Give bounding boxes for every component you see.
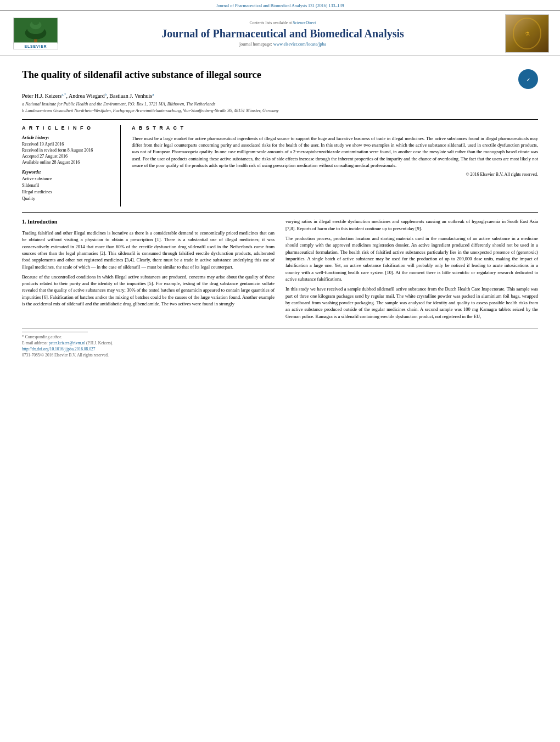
info-abstract-section: A R T I C L E I N F O Article history: R… xyxy=(22,119,538,213)
intro-paragraph5: In this study we have received a sample … xyxy=(285,286,538,320)
intro-paragraph1: Trading falsified and other illegal medi… xyxy=(22,230,275,270)
email-address[interactable]: peter.keizers@rivm.nl xyxy=(49,341,85,345)
contents-label: Contents lists available at xyxy=(250,20,292,25)
available-online: Available online 28 August 2016 xyxy=(22,159,115,165)
svg-point-6 xyxy=(32,19,40,25)
authors-line: Peter H.J. Keizersa,*, Andrea Wiegardb, … xyxy=(22,92,538,99)
email-line: E-mail address: peter.keizers@rivm.nl (P… xyxy=(22,341,538,345)
svg-text:⚗: ⚗ xyxy=(525,31,530,37)
doi-url[interactable]: http://dx.doi.org/10.1016/j.jpba.2016.08… xyxy=(22,347,95,352)
history-label: Article history: xyxy=(22,135,115,140)
abstract-panel: A B S T R A C T There must be a large ma… xyxy=(132,125,538,207)
journal-title: Journal of Pharmaceutical and Biomedical… xyxy=(71,27,494,40)
elsevier-logo-container: ELSEVIER xyxy=(11,18,60,49)
article-info-heading: A R T I C L E I N F O xyxy=(22,125,115,131)
author1-name: Peter H.J. Keizers xyxy=(22,93,61,99)
article-content: The quality of sildenafil active substan… xyxy=(0,55,560,364)
article-history: Article history: Received 19 April 2016 … xyxy=(22,135,115,166)
homepage-url[interactable]: www.elsevier.com/locate/jpba xyxy=(273,42,326,47)
article-info-panel: A R T I C L E I N F O Article history: R… xyxy=(22,125,121,207)
keyword4: Quality xyxy=(22,196,115,202)
intro-paragraph4: The production process, production locat… xyxy=(285,235,538,282)
issn-line: 0731-7085/© 2016 Elsevier B.V. All right… xyxy=(22,353,538,358)
author2-name: , Andrea Wiegard xyxy=(66,93,105,99)
keyword3: Illegal medicines xyxy=(22,189,115,196)
journal-center: Contents lists available at ScienceDirec… xyxy=(60,20,505,47)
crossmark-badge[interactable]: ✓ xyxy=(518,69,538,89)
received2: Received in revised form 8 August 2016 xyxy=(22,147,115,153)
author1-sup: a,* xyxy=(61,92,66,97)
body-section: 1. Introduction Trading falsified and ot… xyxy=(22,218,538,322)
sciencedirect-link[interactable]: ScienceDirect xyxy=(293,20,316,25)
contents-available-line: Contents lists available at ScienceDirec… xyxy=(71,20,494,25)
article-title-text: The quality of sildenafil active substan… xyxy=(22,69,513,81)
author3-sup: a xyxy=(152,92,154,97)
journal-citation: Journal of Pharmaceutical and Biomedical… xyxy=(216,3,344,8)
svg-text:ELSEVIER: ELSEVIER xyxy=(24,44,47,48)
affiliation2: b Landeszentrum Gesundheit Nordrhein-Wes… xyxy=(22,108,538,114)
affiliation1: a National Institute for Public Health a… xyxy=(22,101,538,107)
email-suffix: (P.H.J. Keizers). xyxy=(86,341,113,345)
article-title-area: The quality of sildenafil active substan… xyxy=(22,69,538,89)
abstract-text: There must be a large market for active … xyxy=(132,135,538,169)
keyword1: Active substance xyxy=(22,176,115,182)
abstract-copyright: © 2016 Elsevier B.V. All rights reserved… xyxy=(132,172,538,177)
article-footer: * Corresponding author. E-mail address: … xyxy=(22,328,538,358)
footer-separator xyxy=(22,332,88,332)
section-number: 1. Introduction xyxy=(22,219,57,225)
keywords-section: Keywords: Active substance Sildenafil Il… xyxy=(22,170,115,202)
introduction-heading: 1. Introduction xyxy=(22,218,275,226)
keyword2: Sildenafil xyxy=(22,182,115,189)
author3-name: , Bastiaan J. Venhuis xyxy=(107,93,152,99)
homepage-label: journal homepage: xyxy=(239,42,272,47)
keywords-label: Keywords: xyxy=(22,170,115,175)
accepted: Accepted 27 August 2016 xyxy=(22,153,115,159)
body-right-column: varying ratios in illegal erectile dysfu… xyxy=(285,218,538,322)
body-left-column: 1. Introduction Trading falsified and ot… xyxy=(22,218,275,322)
corresponding-note: * Corresponding author. xyxy=(22,334,538,339)
intro-paragraph2: Because of the uncontrolled conditions i… xyxy=(22,274,275,308)
svg-text:✓: ✓ xyxy=(527,77,530,82)
received1: Received 19 April 2016 xyxy=(22,141,115,147)
abstract-heading: A B S T R A C T xyxy=(132,125,538,131)
journal-right-image: ⚗ xyxy=(505,14,549,53)
affiliations: a National Institute for Public Health a… xyxy=(22,101,538,113)
top-journal-bar: Journal of Pharmaceutical and Biomedical… xyxy=(0,0,560,10)
email-label: E-mail address: xyxy=(22,341,48,345)
intro-paragraph3: varying ratios in illegal erectile dysfu… xyxy=(285,218,538,232)
elsevier-logo-image: ELSEVIER xyxy=(13,18,58,49)
doi-line: http://dx.doi.org/10.1016/j.jpba.2016.08… xyxy=(22,347,538,352)
homepage-line: journal homepage: www.elsevier.com/locat… xyxy=(71,42,494,47)
journal-header: ELSEVIER Contents lists available at Sci… xyxy=(0,10,560,55)
